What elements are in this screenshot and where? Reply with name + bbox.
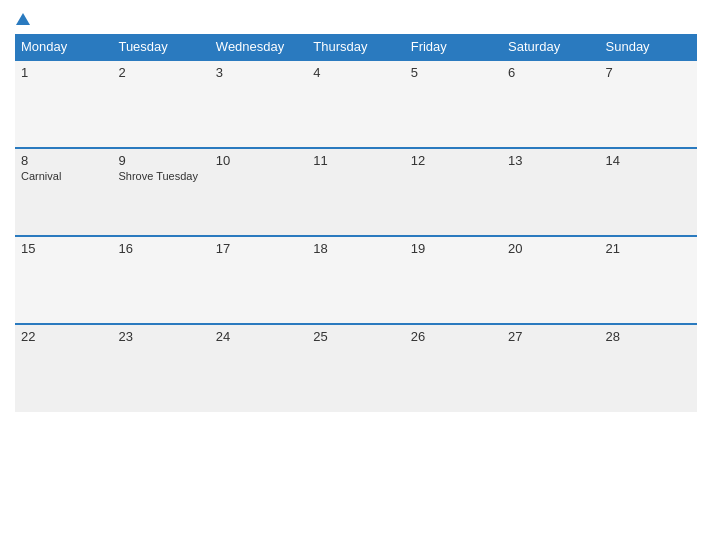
day-number-17: 17 <box>216 241 301 256</box>
day-number-11: 11 <box>313 153 398 168</box>
day-cell-20: 20 <box>502 236 599 324</box>
day-cell-24: 24 <box>210 324 307 412</box>
day-cell-5: 5 <box>405 60 502 148</box>
day-cell-12: 12 <box>405 148 502 236</box>
event-label: Carnival <box>21 170 106 182</box>
day-cell-18: 18 <box>307 236 404 324</box>
day-number-10: 10 <box>216 153 301 168</box>
col-header-wednesday: Wednesday <box>210 34 307 60</box>
day-cell-25: 25 <box>307 324 404 412</box>
day-number-21: 21 <box>606 241 691 256</box>
day-cell-23: 23 <box>112 324 209 412</box>
day-cell-3: 3 <box>210 60 307 148</box>
day-cell-14: 14 <box>600 148 697 236</box>
day-cell-17: 17 <box>210 236 307 324</box>
day-number-19: 19 <box>411 241 496 256</box>
day-number-14: 14 <box>606 153 691 168</box>
day-cell-10: 10 <box>210 148 307 236</box>
calendar-table: MondayTuesdayWednesdayThursdayFridaySatu… <box>15 34 697 412</box>
week-row-3: 15161718192021 <box>15 236 697 324</box>
col-header-tuesday: Tuesday <box>112 34 209 60</box>
calendar-container: MondayTuesdayWednesdayThursdayFridaySatu… <box>0 0 712 550</box>
week-row-2: 8Carnival9Shrove Tuesday1011121314 <box>15 148 697 236</box>
day-number-7: 7 <box>606 65 691 80</box>
day-number-2: 2 <box>118 65 203 80</box>
day-number-20: 20 <box>508 241 593 256</box>
day-cell-11: 11 <box>307 148 404 236</box>
calendar-tbody: 12345678Carnival9Shrove Tuesday101112131… <box>15 60 697 412</box>
day-number-8: 8 <box>21 153 106 168</box>
day-number-6: 6 <box>508 65 593 80</box>
day-header-row: MondayTuesdayWednesdayThursdayFridaySatu… <box>15 34 697 60</box>
day-cell-22: 22 <box>15 324 112 412</box>
day-number-28: 28 <box>606 329 691 344</box>
col-header-thursday: Thursday <box>307 34 404 60</box>
day-number-13: 13 <box>508 153 593 168</box>
logo-general-text <box>15 10 30 26</box>
day-number-16: 16 <box>118 241 203 256</box>
day-cell-4: 4 <box>307 60 404 148</box>
day-number-22: 22 <box>21 329 106 344</box>
day-number-12: 12 <box>411 153 496 168</box>
day-number-27: 27 <box>508 329 593 344</box>
day-cell-6: 6 <box>502 60 599 148</box>
day-number-26: 26 <box>411 329 496 344</box>
day-cell-28: 28 <box>600 324 697 412</box>
day-cell-13: 13 <box>502 148 599 236</box>
day-number-5: 5 <box>411 65 496 80</box>
day-number-25: 25 <box>313 329 398 344</box>
day-number-9: 9 <box>118 153 203 168</box>
week-row-1: 1234567 <box>15 60 697 148</box>
day-number-4: 4 <box>313 65 398 80</box>
col-header-monday: Monday <box>15 34 112 60</box>
day-cell-26: 26 <box>405 324 502 412</box>
day-cell-1: 1 <box>15 60 112 148</box>
day-cell-27: 27 <box>502 324 599 412</box>
logo <box>15 10 30 26</box>
day-cell-16: 16 <box>112 236 209 324</box>
col-header-saturday: Saturday <box>502 34 599 60</box>
day-number-18: 18 <box>313 241 398 256</box>
calendar-thead: MondayTuesdayWednesdayThursdayFridaySatu… <box>15 34 697 60</box>
day-number-1: 1 <box>21 65 106 80</box>
week-row-4: 22232425262728 <box>15 324 697 412</box>
logo-triangle-icon <box>16 13 30 25</box>
day-cell-21: 21 <box>600 236 697 324</box>
calendar-header <box>15 10 697 26</box>
event-label: Shrove Tuesday <box>118 170 203 182</box>
day-number-24: 24 <box>216 329 301 344</box>
day-cell-19: 19 <box>405 236 502 324</box>
day-cell-8: 8Carnival <box>15 148 112 236</box>
col-header-sunday: Sunday <box>600 34 697 60</box>
col-header-friday: Friday <box>405 34 502 60</box>
day-number-15: 15 <box>21 241 106 256</box>
day-cell-9: 9Shrove Tuesday <box>112 148 209 236</box>
day-number-3: 3 <box>216 65 301 80</box>
day-cell-15: 15 <box>15 236 112 324</box>
day-number-23: 23 <box>118 329 203 344</box>
day-cell-7: 7 <box>600 60 697 148</box>
day-cell-2: 2 <box>112 60 209 148</box>
